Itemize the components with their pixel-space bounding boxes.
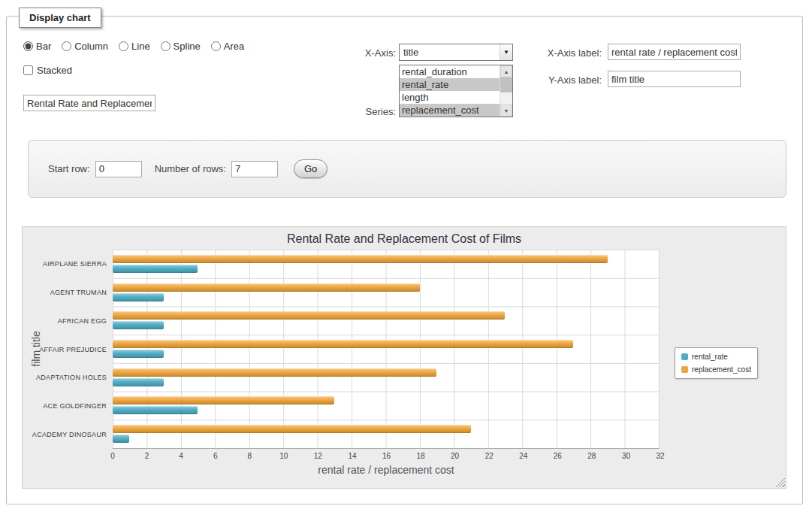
x-axis-selected-value: title (400, 47, 500, 58)
bar-rental_rate[interactable] (113, 265, 198, 273)
category-labels: AIRPLANE SIERRAAGENT TRUMANAFRICAN EGGAF… (23, 250, 107, 449)
chart-type-label: Line (131, 41, 150, 52)
legend-item-rental_rate[interactable]: rental_rate (681, 353, 751, 361)
chart-type-label: Spline (174, 41, 201, 52)
x-tick-label: 4 (179, 452, 183, 460)
bar-rental_rate[interactable] (113, 350, 164, 358)
bar-replacement_cost[interactable] (113, 396, 334, 404)
row-controls-panel: Start row: Number of rows: Go (28, 140, 786, 198)
series-option-length[interactable]: length (400, 91, 500, 104)
bar-replacement_cost[interactable] (113, 255, 608, 263)
x-tick-label: 14 (348, 452, 356, 460)
chart-type-option-column[interactable]: Column (62, 41, 108, 52)
bar-rental_rate[interactable] (113, 321, 164, 329)
chart-type-label: Bar (36, 41, 51, 52)
series-option-rental_rate[interactable]: rental_rate (400, 78, 500, 91)
series-listbox[interactable]: rental_durationrental_ratelengthreplacem… (399, 65, 513, 117)
chart-type-radio-column[interactable] (62, 41, 71, 51)
display-chart-frame: Display chart BarColumnLineSplineArea St… (6, 16, 803, 504)
chart-type-radio-spline[interactable] (161, 41, 171, 51)
x-axis-select-label: X-Axis: (292, 47, 396, 59)
category-label: AGENT TRUMAN (23, 278, 107, 307)
x-tick-label: 30 (622, 452, 630, 460)
x-tick-label: 12 (314, 452, 322, 460)
chart-type-label: Area (224, 41, 244, 52)
category-band (113, 335, 659, 363)
category-band (113, 306, 659, 335)
x-axis-title: rental rate / replacement cost (113, 464, 660, 476)
chart-type-option-area[interactable]: Area (211, 41, 244, 52)
legend-swatch-icon (681, 366, 688, 373)
frame-legend: Display chart (19, 8, 101, 28)
chart-type-radio-line[interactable] (119, 41, 128, 51)
x-tick-label: 2 (145, 452, 149, 460)
chart-type-radio-area[interactable] (211, 41, 221, 51)
category-label: ACADEMY DINOSAUR (23, 420, 107, 449)
legend-label: rental_rate (692, 353, 728, 361)
chart-title: Rental Rate and Replacement Cost of Film… (23, 232, 786, 246)
category-band (113, 278, 659, 307)
start-row-label: Start row: (48, 163, 90, 174)
number-of-rows-label: Number of rows: (155, 163, 226, 174)
bar-rental_rate[interactable] (113, 378, 164, 386)
x-tick-label: 20 (451, 452, 459, 460)
bar-replacement_cost[interactable] (113, 340, 573, 348)
chart-panel: Rental Rate and Replacement Cost of Film… (22, 226, 786, 489)
number-of-rows-input[interactable] (231, 161, 278, 177)
y-axis-label-field-label: Y-Axis label: (492, 74, 602, 86)
series-listbox-options: rental_durationrental_ratelengthreplacem… (400, 65, 500, 117)
plot-area (113, 250, 660, 449)
x-axis-label-field-label: X-Axis label: (492, 47, 602, 59)
chart-title-input[interactable] (23, 95, 155, 111)
x-tick-label: 10 (279, 452, 288, 460)
category-band (113, 363, 659, 392)
stacked-checkbox[interactable] (23, 65, 33, 75)
series-label: Series: (292, 106, 396, 117)
x-tick-label: 6 (213, 452, 218, 460)
y-axis-label-input[interactable] (608, 71, 741, 87)
category-band (113, 420, 659, 448)
x-tick-label: 18 (417, 452, 425, 460)
scroll-down-icon[interactable]: ▼ (500, 105, 512, 117)
series-listbox-scrollbar[interactable]: ▲ ▼ (500, 65, 512, 117)
series-option-replacement_cost[interactable]: replacement_cost (400, 104, 500, 117)
x-axis-label-input[interactable] (608, 44, 741, 60)
category-band (113, 250, 659, 278)
go-button[interactable]: Go (294, 159, 328, 178)
x-tick-label: 0 (110, 452, 115, 460)
x-tick-label: 32 (656, 452, 664, 460)
x-tick-label: 16 (382, 452, 391, 460)
series-option-rental_duration[interactable]: rental_duration (400, 65, 500, 78)
x-tick-label: 28 (587, 452, 596, 460)
stacked-label: Stacked (37, 65, 72, 76)
x-tick-label: 24 (519, 452, 527, 460)
bar-rental_rate[interactable] (113, 293, 164, 301)
x-tick-labels: 02468101214161820222426283032 (113, 452, 660, 461)
resize-handle-icon[interactable] (775, 477, 785, 487)
frame-legend-text: Display chart (29, 12, 91, 23)
legend-item-replacement_cost[interactable]: replacement_cost (681, 365, 751, 374)
category-label: ADAPTATION HOLES (23, 363, 107, 392)
bar-replacement_cost[interactable] (113, 311, 505, 320)
chart-type-option-line[interactable]: Line (119, 41, 150, 52)
x-tick-label: 8 (247, 452, 252, 460)
chart-type-radio-bar[interactable] (23, 41, 33, 51)
bar-replacement_cost[interactable] (113, 425, 471, 433)
category-label: AIRPLANE SIERRA (23, 250, 107, 278)
category-label: ACE GOLDFINGER (23, 392, 107, 420)
category-label: AFRICAN EGG (23, 307, 107, 335)
bar-replacement_cost[interactable] (113, 283, 420, 292)
bar-rental_rate[interactable] (113, 406, 198, 414)
chart-type-option-spline[interactable]: Spline (161, 41, 201, 52)
start-row-input[interactable] (95, 161, 142, 177)
category-band (113, 392, 659, 420)
bar-rental_rate[interactable] (113, 435, 129, 443)
chart-type-option-bar[interactable]: Bar (23, 41, 51, 52)
stacked-option[interactable]: Stacked (23, 65, 72, 76)
x-tick-label: 22 (485, 452, 494, 460)
x-tick-label: 26 (554, 452, 562, 460)
legend-label: replacement_cost (692, 365, 751, 374)
bar-replacement_cost[interactable] (113, 368, 436, 377)
chart-legend: rental_ratereplacement_cost (675, 347, 758, 379)
chart-type-label: Column (74, 41, 108, 52)
